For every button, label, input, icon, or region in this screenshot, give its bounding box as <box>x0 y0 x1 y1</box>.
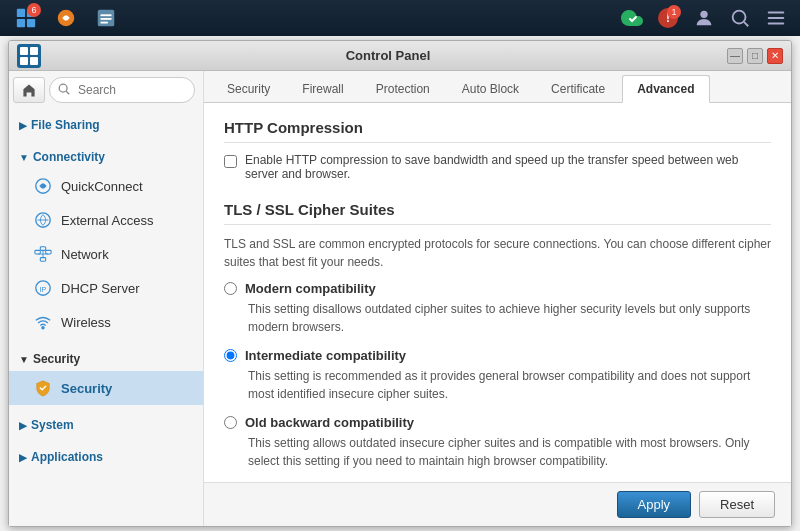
sidebar-item-label: Network <box>61 247 109 262</box>
svg-rect-15 <box>768 17 785 19</box>
notification-icon[interactable]: ! 1 <box>652 2 684 34</box>
sidebar-group-security[interactable]: ▼ Security <box>9 347 203 371</box>
option-intermediate: Intermediate compatibility This setting … <box>224 348 771 403</box>
menu-icon[interactable] <box>760 2 792 34</box>
modern-radio[interactable] <box>224 282 237 295</box>
home-button[interactable] <box>13 77 45 103</box>
tab-security[interactable]: Security <box>212 75 285 102</box>
cloud-status-icon[interactable] <box>616 2 648 34</box>
control-panel-window: Control Panel — □ ✕ <box>8 40 792 527</box>
wireless-icon <box>33 312 53 332</box>
sidebar-item-external-access[interactable]: External Access <box>9 203 203 237</box>
sidebar-section-connectivity: ▼ Connectivity QuickConnect <box>9 141 203 343</box>
tabs: Security Firewall Protection Auto Block … <box>204 71 791 103</box>
window-controls: — □ ✕ <box>727 48 783 64</box>
old-backward-radio-row: Old backward compatibility <box>224 415 771 430</box>
svg-rect-6 <box>101 14 112 16</box>
tab-advanced[interactable]: Advanced <box>622 75 709 103</box>
tls-ssl-description: TLS and SSL are common encrypted protoco… <box>224 235 771 271</box>
apply-button[interactable]: Apply <box>617 491 692 518</box>
sidebar-item-quickconnect[interactable]: QuickConnect <box>9 169 203 203</box>
security-icon <box>33 378 53 398</box>
reset-button[interactable]: Reset <box>699 491 775 518</box>
http-compression-title: HTTP Compression <box>224 119 771 143</box>
app-manager-icon[interactable]: 6 <box>8 0 44 36</box>
svg-rect-28 <box>40 258 45 262</box>
option-old-backward: Old backward compatibility This setting … <box>224 415 771 470</box>
sidebar-item-dhcp[interactable]: IP DHCP Server <box>9 271 203 305</box>
old-backward-label: Old backward compatibility <box>245 415 414 430</box>
app-badge: 6 <box>27 3 41 17</box>
search-box-icon <box>57 82 71 99</box>
sidebar-group-applications[interactable]: ▶ Applications <box>9 445 203 469</box>
svg-rect-8 <box>101 22 108 24</box>
svg-rect-17 <box>20 47 28 55</box>
sidebar: ▶ File Sharing ▼ Connectivity <box>9 71 204 526</box>
http-compression-checkbox[interactable] <box>224 155 237 168</box>
search-box <box>49 77 195 103</box>
svg-rect-3 <box>27 19 35 27</box>
svg-rect-27 <box>46 250 51 254</box>
sidebar-item-wireless[interactable]: Wireless <box>9 305 203 339</box>
chevron-right-icon-apps: ▶ <box>19 452 27 463</box>
tab-protection[interactable]: Protection <box>361 75 445 102</box>
tls-ssl-title: TLS / SSL Cipher Suites <box>224 201 771 225</box>
window-maximize-button[interactable]: □ <box>747 48 763 64</box>
window-body: ▶ File Sharing ▼ Connectivity <box>9 71 791 526</box>
person-icon[interactable] <box>688 2 720 34</box>
svg-line-13 <box>744 22 748 26</box>
intermediate-radio[interactable] <box>224 349 237 362</box>
sidebar-group-label: File Sharing <box>31 118 100 132</box>
sidebar-item-label: QuickConnect <box>61 179 143 194</box>
sidebar-top <box>9 71 203 109</box>
svg-rect-18 <box>30 47 38 55</box>
sidebar-section-system: ▶ System <box>9 409 203 441</box>
svg-point-11 <box>700 11 707 18</box>
sidebar-item-label: Wireless <box>61 315 111 330</box>
window-minimize-button[interactable]: — <box>727 48 743 64</box>
svg-point-21 <box>59 84 67 92</box>
tab-certificate[interactable]: Certificate <box>536 75 620 102</box>
svg-rect-0 <box>17 9 25 17</box>
taskbar: 6 ! 1 <box>0 0 800 36</box>
window-logo <box>17 44 41 68</box>
app3-icon[interactable] <box>88 0 124 36</box>
intermediate-label: Intermediate compatibility <box>245 348 406 363</box>
old-backward-radio[interactable] <box>224 416 237 429</box>
http-compression-label: Enable HTTP compression to save bandwidt… <box>245 153 771 181</box>
sidebar-group-file-sharing[interactable]: ▶ File Sharing <box>9 113 203 137</box>
sidebar-system-label: System <box>31 418 74 432</box>
window-title: Control Panel <box>49 48 727 63</box>
sidebar-applications-label: Applications <box>31 450 103 464</box>
sidebar-section-security: ▼ Security Security <box>9 343 203 409</box>
notification-badge: 1 <box>667 5 681 19</box>
tab-auto-block[interactable]: Auto Block <box>447 75 534 102</box>
modern-description: This setting disallows outdated cipher s… <box>248 300 771 336</box>
search-taskbar-icon[interactable] <box>724 2 756 34</box>
svg-rect-25 <box>35 250 40 254</box>
option-modern: Modern compatibility This setting disall… <box>224 281 771 336</box>
sidebar-group-connectivity[interactable]: ▼ Connectivity <box>9 145 203 169</box>
intermediate-radio-row: Intermediate compatibility <box>224 348 771 363</box>
sidebar-item-label: DHCP Server <box>61 281 140 296</box>
svg-point-12 <box>733 11 746 24</box>
svg-point-35 <box>42 327 44 329</box>
window-titlebar: Control Panel — □ ✕ <box>9 41 791 71</box>
window-close-button[interactable]: ✕ <box>767 48 783 64</box>
sidebar-item-security[interactable]: Security <box>9 371 203 405</box>
chevron-down-icon-security: ▼ <box>19 354 29 365</box>
sidebar-item-network[interactable]: Network <box>9 237 203 271</box>
sidebar-section-file-sharing: ▶ File Sharing <box>9 109 203 141</box>
taskbar-right: ! 1 <box>616 2 792 34</box>
app2-icon[interactable] <box>48 0 84 36</box>
external-access-icon <box>33 210 53 230</box>
sidebar-security-group-label: Security <box>33 352 80 366</box>
svg-rect-2 <box>17 19 25 27</box>
sidebar-item-security-label: Security <box>61 381 112 396</box>
sidebar-group-system[interactable]: ▶ System <box>9 413 203 437</box>
chevron-down-icon: ▼ <box>19 152 29 163</box>
tab-firewall[interactable]: Firewall <box>287 75 358 102</box>
chevron-right-icon-system: ▶ <box>19 420 27 431</box>
tls-ssl-section: TLS / SSL Cipher Suites TLS and SSL are … <box>224 201 771 470</box>
svg-rect-20 <box>30 57 38 65</box>
